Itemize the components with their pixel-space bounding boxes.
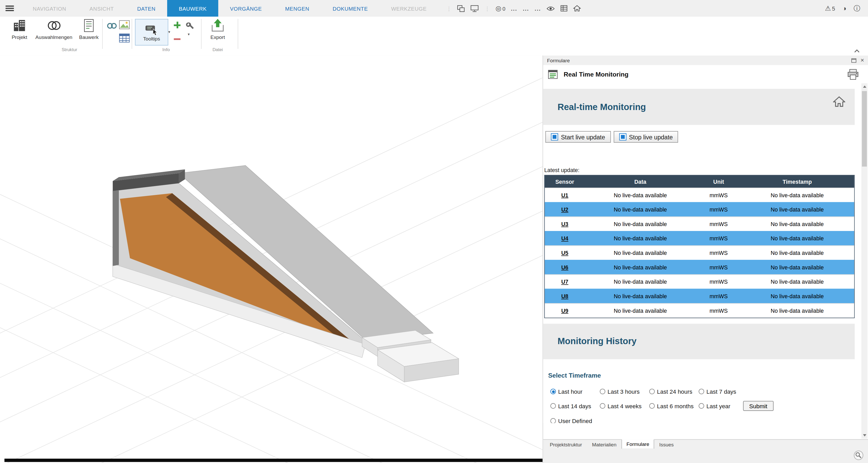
scrollbar-thumb[interactable] bbox=[862, 91, 867, 166]
magnifier-icon[interactable] bbox=[854, 450, 864, 460]
menu-tab-daten[interactable]: DATEN bbox=[126, 0, 167, 17]
radio-last-4-weeks[interactable]: Last 4 weeks bbox=[600, 403, 649, 409]
venn-diagram-icon bbox=[47, 19, 61, 33]
scroll-up-icon[interactable] bbox=[861, 83, 867, 90]
sensor-link[interactable]: U8 bbox=[545, 293, 585, 300]
table-row[interactable]: U2No live-data availablemmWSNo live-data… bbox=[545, 202, 854, 217]
radio-label: Last year bbox=[706, 403, 730, 409]
table-row[interactable]: U4No live-data availablemmWSNo live-data… bbox=[545, 231, 854, 246]
menu-tab-mengen[interactable]: MENGEN bbox=[274, 0, 321, 17]
sensor-link[interactable]: U4 bbox=[545, 236, 585, 242]
wrench-icon bbox=[186, 22, 194, 30]
sensor-timestamp: No live-data available bbox=[741, 192, 853, 198]
scroll-down-icon[interactable] bbox=[861, 432, 867, 439]
radio-last-14-days[interactable]: Last 14 days bbox=[550, 403, 599, 409]
sensor-link[interactable]: U3 bbox=[545, 221, 585, 227]
menu-tab-vorgänge[interactable]: VORGÄNGE bbox=[218, 0, 273, 17]
tooltip-icon bbox=[144, 23, 159, 36]
remove-button[interactable] bbox=[174, 35, 181, 45]
panel-tab-projektstruktur[interactable]: Projektstruktur bbox=[545, 440, 587, 449]
sensor-link[interactable]: U7 bbox=[545, 279, 585, 285]
counter-value: 0 bbox=[502, 5, 505, 11]
radio-last-year[interactable]: Last year bbox=[699, 403, 748, 409]
stop-live-label: Stop live update bbox=[629, 134, 673, 141]
table-row[interactable]: U3No live-data availablemmWSNo live-data… bbox=[545, 216, 854, 231]
monitor-icon bbox=[471, 5, 479, 12]
table-view-button[interactable] bbox=[560, 5, 568, 12]
link-button[interactable] bbox=[107, 22, 117, 32]
settings-tools-button[interactable] bbox=[186, 22, 194, 33]
stop-live-update-button[interactable]: Stop live update bbox=[613, 131, 678, 143]
history-heading: Monitoring History bbox=[558, 337, 637, 347]
3d-viewport[interactable] bbox=[0, 56, 542, 463]
export-button[interactable]: Export bbox=[204, 19, 231, 40]
table-row[interactable]: U9No live-data availablemmWSNo live-data… bbox=[545, 303, 854, 318]
sensor-link[interactable]: U6 bbox=[545, 264, 585, 271]
tooltips-dropdown-icon[interactable]: ▾ bbox=[168, 30, 170, 34]
projekt-button[interactable]: Projekt bbox=[7, 19, 32, 40]
table-row[interactable]: U7No live-data availablemmWSNo live-data… bbox=[545, 274, 854, 289]
table-row[interactable]: U6No live-data availablemmWSNo live-data… bbox=[545, 260, 854, 274]
hamburger-menu-icon[interactable] bbox=[5, 4, 14, 12]
ribbon-collapse-button[interactable] bbox=[854, 45, 860, 56]
radio-last-24-hours[interactable]: Last 24 hours bbox=[649, 388, 699, 395]
auswahlmengen-button[interactable]: Auswahlmengen bbox=[34, 19, 73, 40]
table-row[interactable]: U8No live-data availablemmWSNo live-data… bbox=[545, 289, 854, 303]
start-live-update-button[interactable]: Start live update bbox=[545, 131, 611, 143]
sensor-unit: mmWS bbox=[696, 236, 741, 242]
map-image-button[interactable] bbox=[119, 20, 130, 32]
panel-tab-issues[interactable]: Issues bbox=[654, 440, 679, 449]
printer-icon[interactable] bbox=[847, 68, 859, 80]
monitor-button[interactable] bbox=[471, 5, 479, 12]
add-button[interactable] bbox=[174, 21, 181, 31]
contrast-button[interactable]: ◑ bbox=[842, 4, 846, 12]
sensor-link[interactable]: U5 bbox=[545, 250, 585, 256]
radio-last-3-hours[interactable]: Last 3 hours bbox=[600, 388, 649, 395]
grid-table-button[interactable] bbox=[119, 33, 130, 45]
panel-tab-materialien[interactable]: Materialien bbox=[587, 440, 622, 449]
sensor-timestamp: No live-data available bbox=[741, 250, 853, 256]
bauwerk-button[interactable]: Bauwerk bbox=[76, 19, 101, 40]
latest-update-label: Latest update: bbox=[544, 167, 580, 173]
sensor-link[interactable]: U2 bbox=[545, 207, 585, 213]
realtime-heading: Real-time Monitoring bbox=[558, 102, 646, 112]
form-title: Real Time Monitoring bbox=[564, 71, 629, 78]
tooltips-button[interactable]: Tooltips bbox=[135, 19, 168, 46]
overflow-button-3[interactable]: ... bbox=[535, 5, 541, 11]
wrench-dropdown-icon[interactable]: ▾ bbox=[188, 32, 190, 37]
radio-icon bbox=[699, 389, 704, 394]
overflow-button-1[interactable]: ... bbox=[511, 5, 517, 11]
sensor-data: No live-data available bbox=[585, 293, 696, 300]
panel-scrollbar[interactable] bbox=[861, 83, 867, 439]
menu-tab-dokumente[interactable]: DOKUMENTE bbox=[321, 0, 380, 17]
sensor-data: No live-data available bbox=[585, 236, 696, 242]
overflow-button-2[interactable]: ... bbox=[523, 5, 529, 11]
export-icon bbox=[211, 19, 225, 33]
radio-last-hour[interactable]: Last hour bbox=[550, 388, 599, 395]
home-view-button[interactable] bbox=[573, 5, 581, 12]
warnings-button[interactable]: ⚠ 5 bbox=[825, 4, 835, 12]
radio-last-6-months[interactable]: Last 6 months bbox=[649, 403, 699, 409]
close-panel-icon[interactable]: × bbox=[861, 57, 864, 63]
notification-counter-button[interactable]: ◎ 0 bbox=[496, 4, 505, 12]
table-row[interactable]: U1No live-data availablemmWSNo live-data… bbox=[545, 188, 854, 202]
menu-tab-werkzeuge: WERKZEUGE bbox=[379, 0, 438, 17]
form-home-icon[interactable] bbox=[833, 96, 845, 107]
menu-tab-bauwerk[interactable]: BAUWERK bbox=[167, 0, 218, 17]
radio-last-7-days[interactable]: Last 7 days bbox=[699, 388, 748, 395]
sensor-timestamp: No live-data available bbox=[741, 293, 853, 300]
table-row[interactable]: U5No live-data availablemmWSNo live-data… bbox=[545, 246, 854, 260]
sensor-unit: mmWS bbox=[696, 207, 741, 213]
info-button[interactable]: ⓘ bbox=[854, 4, 860, 13]
panel-tab-formulare[interactable]: Formulare bbox=[621, 439, 654, 449]
float-window-icon[interactable] bbox=[851, 58, 856, 63]
radio-icon bbox=[649, 389, 655, 394]
windows-layout-button[interactable] bbox=[457, 5, 465, 12]
menu-tab-ansicht: ANSICHT bbox=[78, 0, 126, 17]
visibility-button[interactable] bbox=[547, 5, 555, 11]
panel-tabs: ProjektstrukturMaterialienFormulareIssue… bbox=[543, 439, 868, 449]
sensor-link[interactable]: U1 bbox=[545, 192, 585, 198]
submit-button[interactable]: Submit bbox=[743, 401, 774, 411]
sensor-link[interactable]: U9 bbox=[545, 308, 585, 314]
radio-user-defined[interactable]: User Defined bbox=[550, 418, 599, 423]
